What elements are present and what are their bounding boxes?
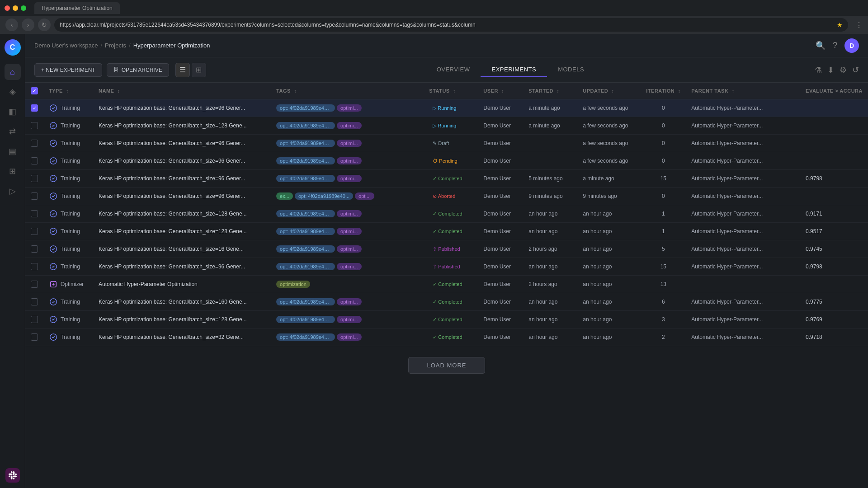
row-checkbox[interactable] xyxy=(31,104,38,112)
help-icon[interactable]: ? xyxy=(833,41,837,50)
row-checkbox-cell[interactable] xyxy=(25,276,43,293)
tag[interactable]: opt: 4f02da91989e406ea805c... xyxy=(276,157,335,164)
tag[interactable]: opt: 4f02da91989e406ea805c... xyxy=(276,140,335,147)
breadcrumb-projects[interactable]: Projects xyxy=(105,42,126,49)
col-header-name[interactable]: NAME ↕ xyxy=(93,83,271,99)
row-checkbox[interactable] xyxy=(31,316,38,323)
row-checkbox[interactable] xyxy=(31,333,38,341)
table-row[interactable]: TrainingKeras HP optimization base: Gene… xyxy=(25,152,868,170)
back-button[interactable]: ‹ xyxy=(5,19,18,31)
row-parent-task[interactable]: Automatic Hyper-Parameter... xyxy=(686,293,800,311)
row-parent-task[interactable]: Automatic Hyper-Parameter... xyxy=(686,188,800,205)
row-parent-task[interactable]: Automatic Hyper-Parameter... xyxy=(686,205,800,223)
row-checkbox[interactable] xyxy=(31,245,38,253)
table-row[interactable]: TrainingKeras HP optimization base: Gene… xyxy=(25,205,868,223)
row-parent-task[interactable]: Automatic Hyper-Parameter... xyxy=(686,170,800,188)
minimize-window-button[interactable] xyxy=(13,5,18,11)
table-row[interactable]: TrainingKeras HP optimization base: Gene… xyxy=(25,117,868,135)
row-checkbox[interactable] xyxy=(31,210,38,217)
col-header-score[interactable]: evaluate > accura xyxy=(800,83,868,99)
row-checkbox[interactable] xyxy=(31,281,38,288)
url-bar[interactable]: https://app.clear.ml/projects/531785e122… xyxy=(54,18,848,32)
row-name[interactable]: Automatic Hyper-Parameter Optimization xyxy=(93,276,271,293)
row-checkbox[interactable] xyxy=(31,175,38,182)
row-parent-task[interactable] xyxy=(686,276,800,293)
tag[interactable]: optimi... xyxy=(337,210,362,217)
row-name[interactable]: Keras HP optimization base: General/batc… xyxy=(93,328,271,346)
sidebar-item-models[interactable]: ◧ xyxy=(5,103,21,120)
close-window-button[interactable] xyxy=(5,5,10,11)
row-checkbox[interactable] xyxy=(31,263,38,270)
row-checkbox-cell[interactable] xyxy=(25,135,43,152)
row-name[interactable]: Keras HP optimization base: General/batc… xyxy=(93,205,271,223)
table-row[interactable]: TrainingKeras HP optimization base: Gene… xyxy=(25,311,868,328)
tag[interactable]: opt: 4f02da91989e406ea805c... xyxy=(276,210,335,217)
tag[interactable]: optimi... xyxy=(337,228,362,235)
row-checkbox[interactable] xyxy=(31,298,38,305)
select-all-checkbox[interactable] xyxy=(31,87,38,94)
row-checkbox-cell[interactable] xyxy=(25,293,43,311)
row-checkbox-cell[interactable] xyxy=(25,311,43,328)
tag[interactable]: optimi... xyxy=(337,333,362,341)
tag[interactable]: opt: 4f02da91989e406ea805c... xyxy=(276,263,335,270)
settings-icon[interactable]: ⚙ xyxy=(840,65,847,75)
row-checkbox-cell[interactable] xyxy=(25,240,43,258)
table-row[interactable]: TrainingKeras HP optimization base: Gene… xyxy=(25,99,868,117)
row-name[interactable]: Keras HP optimization base: General/batc… xyxy=(93,99,271,117)
row-checkbox-cell[interactable] xyxy=(25,152,43,170)
tag[interactable]: ex... xyxy=(276,192,293,200)
list-view-button[interactable]: ☰ xyxy=(175,63,190,77)
row-checkbox-cell[interactable] xyxy=(25,170,43,188)
row-checkbox-cell[interactable] xyxy=(25,188,43,205)
row-checkbox[interactable] xyxy=(31,140,38,147)
table-row[interactable]: TrainingKeras HP optimization base: Gene… xyxy=(25,170,868,188)
row-parent-task[interactable]: Automatic Hyper-Parameter... xyxy=(686,328,800,346)
row-checkbox[interactable] xyxy=(31,157,38,164)
app-logo[interactable]: C xyxy=(5,39,21,56)
breadcrumb-workspace[interactable]: Demo User's workspace xyxy=(34,42,98,49)
table-row[interactable]: TrainingKeras HP optimization base: Gene… xyxy=(25,258,868,276)
browser-menu-button[interactable]: ⋮ xyxy=(855,21,863,29)
row-name[interactable]: Keras HP optimization base: General/batc… xyxy=(93,311,271,328)
tag[interactable]: optimi... xyxy=(337,157,362,164)
tag[interactable]: optimi... xyxy=(337,122,362,129)
row-name[interactable]: Keras HP optimization base: General/batc… xyxy=(93,293,271,311)
col-header-tags[interactable]: TAGS ↕ xyxy=(271,83,424,99)
table-row[interactable]: OptimizerAutomatic Hyper-Parameter Optim… xyxy=(25,276,868,293)
tag[interactable]: opt: 4f02da91989e406ea805c... xyxy=(276,104,335,112)
tag[interactable]: opt: 4f02da91989e406ea805c... xyxy=(276,333,335,341)
tag[interactable]: optimi... xyxy=(337,175,362,182)
col-header-type[interactable]: TYPE ↕ xyxy=(43,83,93,99)
slack-button[interactable] xyxy=(5,468,20,483)
tab-experiments[interactable]: EXPERIMENTS xyxy=(481,62,547,77)
row-parent-task[interactable]: Automatic Hyper-Parameter... xyxy=(686,117,800,135)
tag[interactable]: optimi... xyxy=(337,245,362,253)
row-name[interactable]: Keras HP optimization base: General/batc… xyxy=(93,188,271,205)
sidebar-item-datasets[interactable]: ▤ xyxy=(5,143,21,160)
row-name[interactable]: Keras HP optimization base: General/batc… xyxy=(93,152,271,170)
row-checkbox[interactable] xyxy=(31,228,38,235)
row-name[interactable]: Keras HP optimization base: General/batc… xyxy=(93,258,271,276)
sidebar-item-home[interactable]: ⌂ xyxy=(5,64,21,80)
sidebar-item-experiments[interactable]: ◈ xyxy=(5,84,21,100)
row-name[interactable]: Keras HP optimization base: General/batc… xyxy=(93,240,271,258)
row-name[interactable]: Keras HP optimization base: General/batc… xyxy=(93,170,271,188)
forward-button[interactable]: › xyxy=(22,19,34,31)
tag[interactable]: optimi... xyxy=(337,140,362,147)
tag[interactable]: optimi... xyxy=(337,104,362,112)
row-parent-task[interactable]: Automatic Hyper-Parameter... xyxy=(686,240,800,258)
row-name[interactable]: Keras HP optimization base: General/batc… xyxy=(93,223,271,240)
tag[interactable]: opti... xyxy=(355,192,374,200)
row-checkbox-cell[interactable] xyxy=(25,99,43,117)
sidebar-item-queues[interactable]: ▷ xyxy=(5,183,21,199)
table-row[interactable]: TrainingKeras HP optimization base: Gene… xyxy=(25,135,868,152)
row-parent-task[interactable]: Automatic Hyper-Parameter... xyxy=(686,152,800,170)
row-name[interactable]: Keras HP optimization base: General/batc… xyxy=(93,135,271,152)
sidebar-item-reports[interactable]: ⊞ xyxy=(5,163,21,179)
refresh-icon[interactable]: ↺ xyxy=(852,65,859,75)
row-parent-task[interactable]: Automatic Hyper-Parameter... xyxy=(686,223,800,240)
row-parent-task[interactable]: Automatic Hyper-Parameter... xyxy=(686,135,800,152)
col-header-status[interactable]: STATUS ↕ xyxy=(424,83,478,99)
row-checkbox-cell[interactable] xyxy=(25,223,43,240)
grid-view-button[interactable]: ⊞ xyxy=(192,63,206,77)
